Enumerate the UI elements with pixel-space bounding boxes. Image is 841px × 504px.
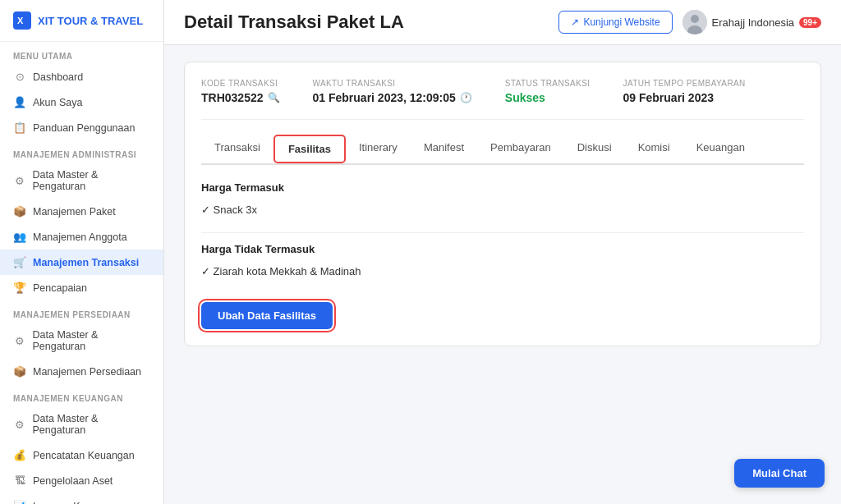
sidebar-item-label: Data Master & Pengaturan — [33, 329, 150, 352]
sidebar-item-manajemen-paket[interactable]: 📦Manajemen Paket — [0, 199, 163, 224]
sidebar-section-title: MANAJEMEN PERSEDIAAN — [0, 300, 163, 323]
sidebar-item-data-master-admin[interactable]: ⚙Data Master & Pengaturan — [0, 163, 163, 199]
jatuh-tempo-value: 09 Februari 2023 — [623, 91, 715, 104]
sidebar-item-label: Manajemen Persediaan — [33, 366, 141, 378]
sidebar-icon: ⊙ — [13, 71, 26, 83]
sidebar-item-label: Laporan Keuangan — [33, 501, 120, 505]
kode-label: KODE TRANSAKSI — [201, 79, 280, 88]
sidebar-item-manajemen-transaksi[interactable]: 🛒Manajemen Transaksi — [0, 250, 163, 275]
sidebar-icon: ⚙ — [13, 419, 26, 431]
logo-text: XIT TOUR & TRAVEL — [38, 15, 143, 27]
sidebar-icon: 📊 — [13, 500, 26, 504]
sidebar-item-label: Panduan Penggunaan — [33, 122, 135, 134]
sidebar-item-label: Akun Saya — [33, 97, 82, 108]
sidebar-section-title: MANAJEMEN ADMINISTRASI — [0, 140, 163, 163]
kode-value-row: TRH032522 🔍 — [201, 91, 280, 104]
sidebar-icon: 📦 — [13, 365, 26, 378]
harga-tidak-termasuk-title: Harga Tidak Termasuk — [201, 243, 804, 255]
sidebar-logo: X XIT TOUR & TRAVEL — [0, 0, 163, 42]
waktu-label: WAKTU TRANSAKSI — [313, 79, 472, 88]
included-item: ✓ Snack 3x — [201, 200, 804, 219]
kode-value: TRH032522 — [201, 91, 264, 104]
tab-itinerary[interactable]: Itinerary — [346, 135, 411, 165]
sidebar-item-panduan[interactable]: 📋Panduan Penggunaan — [0, 115, 163, 140]
sidebar-item-label: Pencapaian — [33, 282, 87, 294]
content-area: KODE TRANSAKSI TRH032522 🔍 WAKTU TRANSAK… — [164, 45, 841, 504]
tab-fasilitas[interactable]: Fasilitas — [273, 135, 346, 163]
sidebar-item-dashboard[interactable]: ⊙Dashboard — [0, 64, 163, 89]
sidebar: X XIT TOUR & TRAVEL MENU UTAMA⊙Dashboard… — [0, 0, 164, 504]
sidebar-icon: 👤 — [13, 96, 26, 108]
tab-pembayaran[interactable]: Pembayaran — [477, 135, 564, 165]
ubah-data-fasilitas-button[interactable]: Ubah Data Fasilitas — [201, 302, 333, 329]
main-content: Detail Transaksi Paket LA ↗ Kunjungi Web… — [164, 0, 841, 504]
sidebar-icon: 📋 — [13, 121, 26, 134]
status-label: STATUS TRANSAKSI — [505, 79, 591, 88]
sidebar-item-data-master-persediaan[interactable]: ⚙Data Master & Pengaturan — [0, 323, 163, 359]
sidebar-icon: 🏆 — [13, 282, 26, 294]
transaction-card: KODE TRANSAKSI TRH032522 🔍 WAKTU TRANSAK… — [184, 62, 821, 346]
sidebar-item-label: Pencatatan Keuangan — [33, 450, 135, 461]
sidebar-section-title: MENU UTAMA — [0, 42, 163, 64]
sidebar-item-label: Data Master & Pengaturan — [33, 169, 150, 192]
sidebar-section-title: MANAJEMEN KEUANGAN — [0, 384, 163, 406]
notification-badge: 99+ — [799, 17, 821, 28]
sidebar-item-data-master-keuangan[interactable]: ⚙Data Master & Pengaturan — [0, 406, 163, 442]
sidebar-item-label: Manajemen Paket — [33, 206, 116, 218]
harga-tidak-termasuk-section: Harga Tidak Termasuk ✓ Ziarah kota Mekka… — [201, 243, 804, 281]
sidebar-icon: 📦 — [13, 205, 26, 218]
copy-icon[interactable]: 🔍 — [268, 92, 280, 103]
jatuh-tempo-label: JATUH TEMPO PEMBAYARAN — [623, 79, 746, 88]
logo-icon: X — [13, 11, 31, 30]
waktu-transaksi-item: WAKTU TRANSAKSI 01 Februari 2023, 12:09:… — [313, 79, 472, 104]
sidebar-icon: 🛒 — [13, 256, 26, 268]
tab-diskusi[interactable]: Diskusi — [564, 135, 625, 165]
sidebar-item-label: Manajemen Transaksi — [33, 257, 139, 268]
tab-manifest[interactable]: Manifest — [411, 135, 477, 165]
sidebar-item-akun-saya[interactable]: 👤Akun Saya — [0, 89, 163, 115]
sidebar-item-laporan-keuangan[interactable]: 📊Laporan Keuangan — [0, 493, 163, 504]
sidebar-icon: 💰 — [13, 449, 26, 461]
status-value-row: Sukses — [505, 91, 591, 104]
svg-point-3 — [691, 15, 699, 23]
harga-termasuk-title: Harga Termasuk — [201, 181, 804, 194]
sidebar-icon: ⚙ — [13, 175, 26, 187]
sidebar-item-manajemen-anggota[interactable]: 👥Manajemen Anggota — [0, 224, 163, 250]
user-area[interactable]: Erahajj Indonesia 99+ — [682, 10, 821, 34]
external-link-icon: ↗ — [571, 16, 579, 28]
visit-website-button[interactable]: ↗ Kunjungi Website — [558, 11, 672, 34]
status-transaksi-item: STATUS TRANSAKSI Sukses — [505, 79, 591, 104]
tabs-row: TransaksiFasilitasItineraryManifestPemba… — [201, 135, 804, 165]
avatar — [682, 10, 707, 34]
tab-keuangan[interactable]: Keuangan — [683, 135, 758, 165]
user-name: Erahajj Indonesia — [712, 16, 794, 29]
sidebar-item-pengelolaan-aset[interactable]: 🏗Pengelolaan Aset — [0, 468, 163, 493]
waktu-value-row: 01 Februari 2023, 12:09:05 🕐 — [313, 91, 472, 104]
sidebar-item-label: Data Master & Pengaturan — [33, 413, 150, 436]
sidebar-icon: 🏗 — [13, 474, 26, 487]
topbar-right: ↗ Kunjungi Website Erahajj Indonesia 99+ — [558, 10, 821, 34]
sidebar-icon: ⚙ — [13, 335, 26, 347]
sidebar-item-manajemen-persediaan[interactable]: 📦Manajemen Persediaan — [0, 359, 163, 384]
sidebar-item-label: Dashboard — [33, 71, 83, 83]
tab-komisi[interactable]: Komisi — [625, 135, 683, 165]
fasilitas-divider — [201, 232, 804, 233]
fasilitas-content: Harga Termasuk ✓ Snack 3x Harga Tidak Te… — [201, 181, 804, 329]
jatuh-tempo-item: JATUH TEMPO PEMBAYARAN 09 Februari 2023 — [623, 79, 746, 104]
clock-icon: 🕐 — [460, 92, 472, 103]
sidebar-item-pencatatan-keuangan[interactable]: 💰Pencatatan Keuangan — [0, 442, 163, 468]
sidebar-item-pencapaian[interactable]: 🏆Pencapaian — [0, 275, 163, 300]
waktu-value: 01 Februari 2023, 12:09:05 — [313, 91, 456, 104]
sidebar-item-label: Pengelolaan Aset — [33, 475, 113, 487]
not-included-item: ✓ Ziarah kota Mekkah & Madinah — [201, 262, 804, 281]
tab-transaksi[interactable]: Transaksi — [201, 135, 273, 165]
svg-text:X: X — [17, 16, 24, 25]
transaction-info-row: KODE TRANSAKSI TRH032522 🔍 WAKTU TRANSAK… — [201, 79, 804, 120]
topbar: Detail Transaksi Paket LA ↗ Kunjungi Web… — [164, 0, 841, 45]
sidebar-icon: 👥 — [13, 231, 26, 243]
page-title: Detail Transaksi Paket LA — [184, 11, 404, 33]
status-badge: Sukses — [505, 91, 545, 104]
mulai-chat-button[interactable]: Mulai Chat — [734, 459, 825, 488]
jatuh-tempo-value-row: 09 Februari 2023 — [623, 91, 746, 104]
sidebar-item-label: Manajemen Anggota — [33, 231, 127, 243]
